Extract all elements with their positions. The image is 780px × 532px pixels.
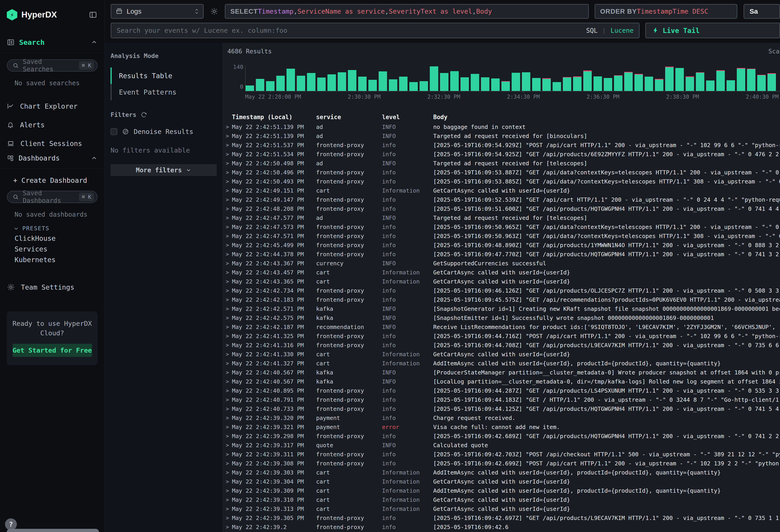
- table-row[interactable]: >May 22 2:42:50.493 PMfrontend-proxyinfo…: [223, 177, 780, 186]
- column-resize-handle[interactable]: ⋮⋮: [382, 114, 387, 120]
- table-row[interactable]: >May 22 2:42:42.571 PMkafkaINFO[Snapshot…: [223, 304, 780, 313]
- table-row[interactable]: >May 22 2:42:40.791 PMfrontend-proxyinfo…: [223, 395, 780, 404]
- saved-searches-input[interactable]: Saved Searches ⌘ K: [7, 59, 98, 71]
- row-expand-chevron[interactable]: >: [223, 415, 232, 421]
- table-row[interactable]: >May 22 2:42:39.309 PMcartInformationAdd…: [223, 486, 780, 495]
- table-row[interactable]: >May 22 2:42:41.330 PMcartInformationGet…: [223, 350, 780, 359]
- events-histogram[interactable]: 140 0 May 22 2:28:00 PM2:30:30 PM2:32:30…: [228, 59, 780, 100]
- column-resize-handle[interactable]: ⋮⋮: [316, 114, 321, 120]
- row-expand-chevron[interactable]: >: [223, 451, 232, 457]
- table-row[interactable]: >May 22 2:42:39.2frontend-proxyinfo[2025…: [223, 523, 780, 532]
- table-row[interactable]: >May 22 2:42:39.305 PMfrontend-proxyinfo…: [223, 513, 780, 523]
- row-expand-chevron[interactable]: >: [223, 179, 232, 184]
- row-expand-chevron[interactable]: >: [223, 242, 232, 248]
- sidebar-item-alerts[interactable]: Alerts: [0, 115, 104, 134]
- presets-toggle[interactable]: PRESETS: [0, 218, 104, 232]
- create-dashboard-button[interactable]: + Create Dashboard: [0, 169, 104, 184]
- preset-item-services[interactable]: Services: [0, 244, 104, 254]
- column-resize-handle[interactable]: ⋮⋮: [433, 114, 438, 120]
- table-row[interactable]: >May 22 2:42:41.325 PMfrontend-proxyinfo…: [223, 332, 780, 341]
- sidebar-item-team-settings[interactable]: Team Settings: [0, 278, 104, 296]
- sql-select-input[interactable]: SELECT Timestamp, ServiceName as service…: [225, 4, 589, 19]
- table-row[interactable]: >May 22 2:42:49.147 PMfrontend-proxyinfo…: [223, 195, 780, 204]
- table-row[interactable]: >May 22 2:42:40.567 PMkafkaINFO[LocalLog…: [223, 377, 780, 386]
- table-row[interactable]: >May 22 2:42:50.496 PMfrontend-proxyinfo…: [223, 168, 780, 177]
- row-expand-chevron[interactable]: >: [223, 251, 232, 257]
- row-expand-chevron[interactable]: >: [223, 497, 232, 503]
- source-settings-button[interactable]: [203, 4, 225, 19]
- row-expand-chevron[interactable]: >: [223, 324, 232, 330]
- table-row[interactable]: >May 22 2:42:47.571 PMfrontend-proxyinfo…: [223, 232, 780, 241]
- row-expand-chevron[interactable]: >: [223, 170, 232, 175]
- row-expand-chevron[interactable]: >: [223, 461, 232, 466]
- table-row[interactable]: >May 22 2:42:47.577 PMadINFOTargeted ad …: [223, 213, 780, 222]
- table-row[interactable]: >May 22 2:42:42.183 PMfrontend-proxyinfo…: [223, 295, 780, 304]
- row-expand-chevron[interactable]: >: [223, 433, 232, 439]
- column-header-level[interactable]: ⋮⋮level: [382, 114, 433, 120]
- row-expand-chevron[interactable]: >: [223, 333, 232, 339]
- table-row[interactable]: >May 22 2:42:39.320 PMpaymentinfoCharge …: [223, 413, 780, 423]
- table-row[interactable]: >May 22 2:42:39.304 PMcartInformationGet…: [223, 477, 780, 486]
- row-expand-chevron[interactable]: >: [223, 279, 232, 284]
- row-expand-chevron[interactable]: >: [223, 142, 232, 148]
- row-expand-chevron[interactable]: >: [223, 397, 232, 403]
- get-started-button[interactable]: Get Started for Free: [12, 344, 92, 357]
- table-row[interactable]: >May 22 2:42:43.457 PMcartInformationGet…: [223, 268, 780, 277]
- table-row[interactable]: >May 22 2:42:40.895 PMfrontend-proxyinfo…: [223, 386, 780, 395]
- table-row[interactable]: >May 22 2:42:40.567 PMkafkaINFO[Producer…: [223, 368, 780, 377]
- row-expand-chevron[interactable]: >: [223, 151, 232, 157]
- row-expand-chevron[interactable]: >: [223, 370, 232, 375]
- save-button[interactable]: Sa: [744, 4, 780, 19]
- row-expand-chevron[interactable]: >: [223, 270, 232, 275]
- sidebar-item-client-sessions[interactable]: Client Sessions: [0, 134, 104, 153]
- sidebar-item-search[interactable]: Search: [0, 38, 104, 46]
- table-row[interactable]: >May 22 2:42:51.139 PMadINFOTargeted ad …: [223, 132, 780, 141]
- row-expand-chevron[interactable]: >: [223, 342, 232, 348]
- table-row[interactable]: >May 22 2:42:39.321 PMpaymenterrorVisa c…: [223, 423, 780, 432]
- saved-dashboards-input[interactable]: Saved Dashboards ⌘ K: [7, 191, 98, 203]
- chevron-up-icon[interactable]: [91, 39, 98, 46]
- row-expand-chevron[interactable]: >: [223, 315, 232, 321]
- mode-sql-toggle[interactable]: SQL: [586, 27, 598, 34]
- preset-item-clickhouse[interactable]: ClickHouse: [0, 233, 104, 244]
- row-expand-chevron[interactable]: >: [223, 224, 232, 230]
- column-header-service[interactable]: ⋮⋮service: [316, 114, 382, 120]
- row-expand-chevron[interactable]: >: [223, 288, 232, 293]
- table-row[interactable]: >May 22 2:42:43.367 PMcurrencyINFOGetSup…: [223, 259, 780, 268]
- table-row[interactable]: >May 22 2:42:51.534 PMfrontend-proxyinfo…: [223, 150, 780, 159]
- table-row[interactable]: >May 22 2:42:43.365 PMcartInformationGet…: [223, 277, 780, 286]
- search-input[interactable]: Search your events w/ Lucene ex. column:…: [111, 23, 639, 38]
- denoise-checkbox[interactable]: [110, 128, 117, 135]
- table-row[interactable]: >May 22 2:42:42.187 PMrecommendationINFO…: [223, 322, 780, 332]
- row-expand-chevron[interactable]: >: [223, 206, 232, 212]
- sidebar-item-dashboards[interactable]: Dashboards: [0, 154, 104, 162]
- row-expand-chevron[interactable]: >: [223, 379, 232, 384]
- column-header-body[interactable]: ⋮⋮Body: [433, 114, 780, 120]
- table-row[interactable]: >May 22 2:42:50.498 PMadINFOTargeted ad …: [223, 159, 780, 168]
- row-expand-chevron[interactable]: >: [223, 479, 232, 484]
- table-row[interactable]: >May 22 2:42:42.575 PMkafkaINFO[Snapshot…: [223, 313, 780, 322]
- mode-lucene-toggle[interactable]: Lucene: [611, 27, 634, 34]
- collapse-sidebar-icon[interactable]: [89, 11, 98, 19]
- row-expand-chevron[interactable]: >: [223, 470, 232, 475]
- table-row[interactable]: >May 22 2:42:51.139 PMadINFOno baggage f…: [223, 122, 780, 132]
- row-expand-chevron[interactable]: >: [223, 488, 232, 494]
- column-header-timestamp-local-[interactable]: Timestamp (Local): [232, 114, 316, 120]
- table-row[interactable]: >May 22 2:42:39.303 PMcartInformationAdd…: [223, 468, 780, 477]
- table-row[interactable]: >May 22 2:42:39.317 PMquoteINFOCalculate…: [223, 441, 780, 450]
- sql-orderby-input[interactable]: ORDER BY TimestampTime DESC: [595, 4, 737, 19]
- table-row[interactable]: >May 22 2:42:39.310 PMcartInformationGet…: [223, 495, 780, 504]
- table-row[interactable]: >May 22 2:42:39.308 PMfrontend-proxyinfo…: [223, 459, 780, 468]
- refresh-icon[interactable]: [141, 111, 147, 118]
- table-row[interactable]: >May 22 2:42:51.537 PMfrontend-proxyinfo…: [223, 141, 780, 150]
- help-button[interactable]: ?: [5, 518, 17, 530]
- more-filters-button[interactable]: More filters: [110, 164, 217, 176]
- row-expand-chevron[interactable]: >: [223, 306, 232, 312]
- row-expand-chevron[interactable]: >: [223, 124, 232, 130]
- table-row[interactable]: >May 22 2:42:42.734 PMfrontend-proxyinfo…: [223, 286, 780, 295]
- table-row[interactable]: >May 22 2:42:41.316 PMfrontend-proxyinfo…: [223, 341, 780, 350]
- row-expand-chevron[interactable]: >: [223, 351, 232, 357]
- row-expand-chevron[interactable]: >: [223, 160, 232, 166]
- table-row[interactable]: >May 22 2:42:39.298 PMfrontend-proxyinfo…: [223, 432, 780, 441]
- analysis-mode-event-patterns[interactable]: Event Patterns: [110, 84, 217, 100]
